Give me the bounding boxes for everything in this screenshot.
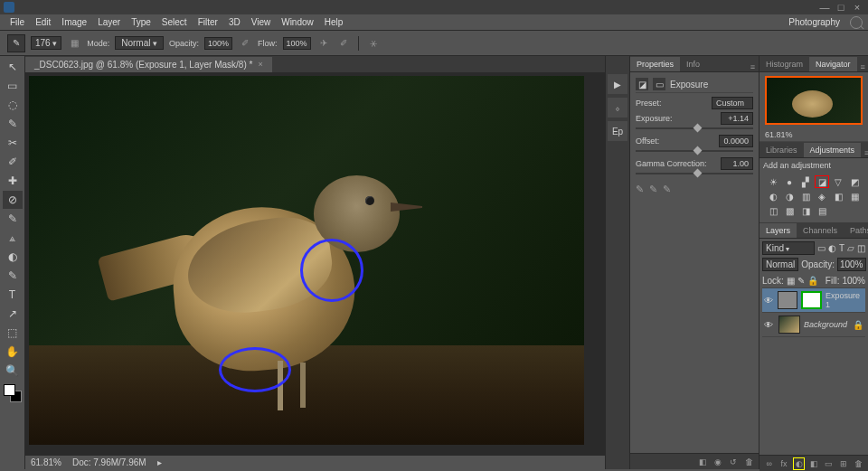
pen-tool[interactable]: ✎	[3, 267, 23, 285]
navigator-thumbnail[interactable]	[765, 76, 863, 125]
dodge-tool[interactable]: ◐	[3, 248, 23, 266]
tab-properties[interactable]: Properties	[630, 57, 680, 71]
adj-threshold-icon[interactable]: ▩	[782, 204, 797, 217]
adj-levels-icon[interactable]: ●	[782, 175, 797, 188]
healing-tool[interactable]: ✚	[3, 172, 23, 190]
brush-tool[interactable]: ⊘	[3, 191, 23, 209]
filter-pixel-icon[interactable]: ▭	[817, 243, 826, 253]
eyedropper-tool[interactable]: ✐	[3, 153, 23, 171]
adj-posterize-icon[interactable]: ◫	[766, 204, 780, 217]
preset-select[interactable]: Custom	[712, 97, 753, 109]
eyedropper-gray-icon[interactable]: ✎	[649, 184, 657, 195]
airbrush-icon[interactable]: ✈	[316, 36, 331, 51]
adj-brightness-icon[interactable]: ☀	[766, 175, 780, 188]
new-group-icon[interactable]: ▭	[823, 457, 835, 470]
actions-panel-icon[interactable]: ⬨	[608, 98, 627, 118]
brush-panel-icon[interactable]: ▦	[67, 36, 81, 51]
exposure-value[interactable]: +1.14	[721, 112, 753, 125]
panel-menu-icon[interactable]: ≡	[857, 62, 868, 71]
zoom-level[interactable]: 61.81%	[31, 457, 61, 467]
offset-value[interactable]: 0.0000	[719, 135, 753, 147]
status-arrow-icon[interactable]: ▸	[157, 457, 162, 467]
adj-curves-icon[interactable]: ▞	[798, 175, 813, 188]
offset-slider[interactable]	[636, 150, 753, 152]
visibility-icon[interactable]: 👁	[764, 296, 774, 306]
eyedropper-black-icon[interactable]: ✎	[636, 184, 644, 195]
menu-layer[interactable]: Layer	[93, 15, 125, 29]
delete-adjustment-icon[interactable]: 🗑	[742, 456, 755, 468]
blend-mode-select[interactable]: Normal	[762, 258, 798, 271]
mask-icon[interactable]: ▭	[653, 78, 665, 90]
close-tab-icon[interactable]: ×	[258, 60, 262, 69]
tab-channels[interactable]: Channels	[797, 223, 844, 238]
adj-exposure-icon[interactable]: ◪	[815, 175, 829, 188]
filter-adj-icon[interactable]: ◐	[828, 243, 836, 253]
search-icon[interactable]	[850, 16, 863, 29]
lock-all-icon[interactable]: 🔒	[807, 276, 818, 286]
view-previous-icon[interactable]: ◉	[712, 456, 724, 468]
adj-channelmixer-icon[interactable]: ◈	[815, 190, 829, 203]
filter-type-icon[interactable]: T	[839, 243, 844, 253]
visibility-icon[interactable]: 👁	[764, 320, 775, 330]
menu-image[interactable]: Image	[57, 15, 91, 29]
delete-layer-icon[interactable]: 🗑	[853, 457, 864, 470]
minimize-button[interactable]: —	[817, 2, 832, 13]
menu-file[interactable]: File	[5, 15, 29, 29]
adj-photofilter-icon[interactable]: ▥	[798, 190, 813, 203]
color-swatches[interactable]	[4, 384, 22, 402]
layer-filter-select[interactable]: Kind ▾	[762, 241, 815, 255]
pressure-opacity-icon[interactable]: ✐	[238, 36, 252, 51]
panel-menu-icon[interactable]: ≡	[747, 62, 759, 71]
tab-paths[interactable]: Paths	[844, 223, 868, 238]
clip-to-layer-icon[interactable]: ◧	[696, 456, 709, 468]
zoom-tool[interactable]: 🔍	[3, 362, 23, 380]
menu-window[interactable]: Window	[277, 15, 318, 29]
navigator-zoom[interactable]: 61.81%	[760, 128, 868, 142]
brush-preset-picker[interactable]: 176 ▾	[31, 36, 61, 50]
menu-help[interactable]: Help	[320, 15, 348, 29]
reset-icon[interactable]: ↺	[727, 456, 740, 468]
tab-navigator[interactable]: Navigator	[809, 57, 857, 71]
crop-tool[interactable]: ✂	[3, 134, 23, 152]
filter-shape-icon[interactable]: ▱	[847, 243, 854, 253]
adj-gradientmap-icon[interactable]: ◨	[798, 204, 813, 217]
close-button[interactable]: ×	[850, 2, 864, 13]
pressure-size-icon[interactable]: ✐	[336, 36, 351, 51]
layer-thumbnail[interactable]	[778, 316, 800, 334]
adj-colorbalance-icon[interactable]: ◐	[766, 190, 780, 203]
adj-selective-icon[interactable]: ▤	[815, 204, 829, 217]
layer-item-background[interactable]: 👁 Background 🔒	[762, 313, 865, 337]
panel-menu-icon[interactable]: ≡	[861, 148, 868, 157]
marquee-tool[interactable]: ▭	[3, 77, 23, 95]
adj-colorlookup-icon[interactable]: ◧	[831, 190, 845, 203]
opacity-input[interactable]: 100%	[204, 37, 232, 50]
tab-info[interactable]: Info	[680, 57, 706, 71]
lasso-tool[interactable]: ◌	[3, 96, 23, 114]
clone-tool[interactable]: ✎	[3, 210, 23, 228]
layer-item-exposure[interactable]: 👁 Exposure 1	[762, 288, 865, 313]
menu-type[interactable]: Type	[127, 15, 156, 29]
layer-thumbnail[interactable]	[778, 291, 797, 309]
maximize-button[interactable]: □	[834, 2, 848, 13]
menu-3d[interactable]: 3D	[224, 15, 245, 29]
shape-tool[interactable]: ⬚	[3, 324, 23, 342]
eyedropper-white-icon[interactable]: ✎	[663, 184, 671, 195]
tab-histogram[interactable]: Histogram	[760, 57, 809, 71]
quick-select-tool[interactable]: ✎	[3, 115, 23, 133]
adj-vibrance-icon[interactable]: ▽	[831, 175, 845, 188]
adj-invert-icon[interactable]: ▦	[847, 190, 862, 203]
flow-input[interactable]: 100%	[283, 37, 311, 50]
gamma-slider[interactable]	[636, 173, 753, 174]
hand-tool[interactable]: ✋	[3, 343, 23, 361]
menu-edit[interactable]: Edit	[31, 15, 55, 29]
adj-bw-icon[interactable]: ◑	[782, 190, 797, 203]
add-mask-icon[interactable]: ◐	[793, 457, 806, 470]
link-layers-icon[interactable]: ∞	[763, 457, 775, 470]
move-tool[interactable]: ↖	[3, 58, 23, 76]
brush-tool-preset-icon[interactable]: ✎	[7, 34, 25, 52]
canvas[interactable]	[29, 76, 584, 445]
layer-opacity-input[interactable]: 100%	[837, 258, 866, 271]
workspace-switcher[interactable]: Photography	[784, 15, 844, 29]
adjustment-icon[interactable]: ◪	[636, 78, 648, 90]
new-layer-icon[interactable]: ⊞	[837, 457, 849, 470]
